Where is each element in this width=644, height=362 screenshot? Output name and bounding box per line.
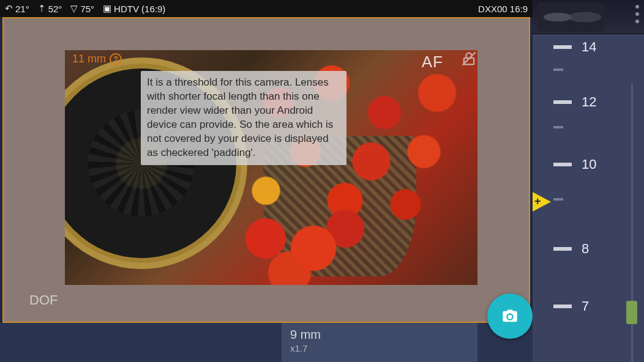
scale-tick-14: 14 (533, 39, 644, 55)
focal-length-display[interactable]: 9 mm x1.7 (282, 323, 477, 362)
lock-icon[interactable] (460, 50, 477, 67)
roll-value: 52° (48, 4, 62, 14)
sensor-readout[interactable]: DXX00 16:9 (478, 4, 528, 14)
overflow-menu-icon[interactable] (635, 5, 639, 23)
roll-icon: ⇡ (38, 3, 46, 14)
app-root: ↶ 21° ⇡ 52° ▽ 75° ▣ HDTV (16:9) DXX00 16… (0, 0, 644, 362)
threshold-tooltip: It is a threshold for this camera. Lense… (141, 71, 346, 165)
dof-toggle[interactable]: DOF (29, 292, 58, 308)
aspect-icon: ▣ (103, 3, 111, 14)
scale-tick-10: 10 (533, 157, 644, 172)
scale-tick-12: 12 (533, 94, 644, 110)
camera-graphic (533, 0, 644, 34)
scale-tick-minor (533, 68, 644, 71)
focal-length-value: 9 mm (290, 328, 469, 342)
angle-icon: ▽ (70, 3, 78, 14)
info-icon[interactable]: ? (110, 53, 122, 65)
format-readout[interactable]: ▣ HDTV (16:9) (103, 3, 165, 14)
angle-value: 75° (80, 4, 94, 14)
scale-scrollbar-thumb[interactable] (626, 301, 637, 324)
status-bar: ↶ 21° ⇡ 52° ▽ 75° ▣ HDTV (16:9) DXX00 16… (0, 0, 533, 17)
angle-readout: ▽ 75° (70, 3, 94, 14)
shutter-button[interactable] (487, 294, 533, 339)
preview-subject-tomatoes-front (218, 199, 377, 285)
viewfinder-frame[interactable]: 11 mm ? It is a threshold for this camer… (2, 17, 530, 323)
focal-threshold-tag[interactable]: 11 mm ? (72, 53, 122, 65)
tilt-icon: ↶ (5, 3, 13, 14)
tilt-readout: ↶ 21° (5, 3, 29, 14)
roll-readout: ⇡ 52° (38, 3, 62, 14)
focal-scale[interactable]: 14 12 10 8 7 (533, 34, 644, 362)
autofocus-toggle[interactable]: AF (422, 53, 443, 72)
focal-length-rail: 14 12 10 8 7 (533, 0, 644, 362)
focal-threshold-value: 11 mm (72, 53, 106, 65)
tilt-value: 21° (15, 4, 29, 14)
zoom-factor-value: x1.7 (290, 343, 469, 353)
format-value: HDTV (16:9) (114, 4, 165, 14)
camera-knob-graphic (537, 2, 605, 32)
scale-tick-minor (533, 126, 644, 128)
scale-pointer[interactable] (533, 192, 551, 212)
camera-icon (501, 308, 519, 325)
bottom-bar: 9 mm x1.7 (0, 323, 533, 362)
scale-tick-8: 8 (533, 241, 644, 257)
